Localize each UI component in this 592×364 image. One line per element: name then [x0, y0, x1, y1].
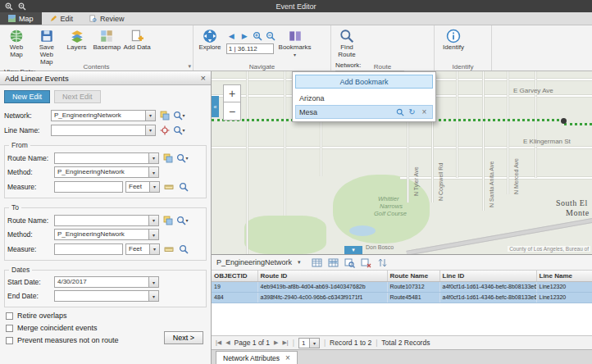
zoom-menu-icon[interactable]: ▾ [176, 152, 189, 164]
next-button[interactable]: Next > [164, 331, 203, 344]
retire-overlaps-option[interactable]: Retire overlaps [6, 312, 205, 320]
zoom-menu-icon[interactable]: ▾ [173, 124, 185, 136]
clear-selection-icon[interactable] [359, 256, 373, 269]
to-route-name-select[interactable]: ▾ [54, 215, 159, 226]
chevron-down-icon: ▾ [148, 216, 158, 225]
close-icon[interactable]: × [285, 354, 290, 362]
table-options-icon[interactable] [310, 256, 324, 269]
pick-measure-icon[interactable] [177, 180, 189, 193]
panel-header: Add Linear Events × [0, 71, 211, 85]
identify-icon [446, 29, 461, 43]
pick-line-icon[interactable] [158, 124, 171, 136]
update-bookmark-icon[interactable]: ↻ [408, 107, 417, 116]
bookmark-item-arizona[interactable]: Arizona [295, 91, 433, 105]
select-on-map-icon[interactable] [158, 109, 171, 121]
select-route-icon[interactable] [162, 214, 174, 226]
previous-extent-icon[interactable]: ◀ [226, 30, 237, 41]
ribbon-tab-bar: Map Edit Review [0, 12, 592, 25]
table-row[interactable]: 484 a398f4fc-2940-4c00-96b6-c6343f9171f1… [212, 292, 592, 303]
from-unit-select[interactable]: Feet ▾ [125, 181, 160, 193]
from-method-select[interactable]: P_EngineeringNetwork ▾ [54, 166, 159, 178]
start-date-select[interactable]: 4/30/2017 ▾ [54, 276, 159, 288]
column-header-route-name[interactable]: Route Name [387, 271, 439, 281]
tab-map[interactable]: Map [0, 12, 42, 25]
dates-group-legend: Dates [9, 266, 32, 274]
bookmarks-button[interactable]: Bookmarks ▾ [279, 27, 312, 59]
add-bookmark-button[interactable]: Add Bookmark [295, 75, 433, 89]
delete-bookmark-icon[interactable]: × [420, 107, 429, 116]
chevron-down-icon: ▾ [148, 291, 158, 301]
line-name-select[interactable]: ▾ [51, 125, 156, 136]
table-row[interactable]: 19 4eb9419b-af8b-4d04-ab69-1d40347682b R… [212, 281, 592, 292]
zoom-in-icon[interactable] [4, 2, 13, 11]
park-label: Golf Course [374, 210, 407, 217]
contents-group-chevron-icon[interactable]: ▾ [188, 63, 191, 70]
zoom-menu-icon[interactable]: ▾ [173, 109, 185, 121]
find-route-button[interactable]: Find Route [334, 27, 360, 59]
next-page-icon[interactable]: ▶ [274, 339, 278, 346]
column-header-line-name[interactable]: Line Name [536, 271, 592, 281]
explore-button[interactable]: Explore [196, 27, 224, 52]
contents-group-label: Contents [0, 63, 193, 71]
to-group: To Route Name: ▾ ▾ Method: [4, 203, 207, 261]
tab-review[interactable]: Review [81, 12, 133, 25]
tab-network-attributes[interactable]: Network Attributes × [216, 351, 298, 364]
park-label: Narrows [380, 202, 403, 210]
last-page-icon[interactable]: ▶| [282, 339, 288, 346]
page-size-select[interactable]: 1 ▾ [298, 338, 320, 348]
select-route-icon[interactable] [162, 152, 174, 164]
table-pager: |◀ ◀ Page 1 of 1 ▶ ▶| | 1 ▾ | Record 1 t… [212, 335, 592, 349]
map-zoom-out-button[interactable]: − [223, 102, 241, 121]
measure-tool-icon[interactable] [162, 180, 175, 193]
checkbox-icon[interactable] [6, 337, 13, 344]
separator: | [324, 339, 326, 347]
sort-records-icon[interactable] [376, 256, 389, 269]
first-page-icon[interactable]: |◀ [216, 339, 221, 346]
tab-map-label: Map [19, 15, 34, 23]
zoom-out-icon[interactable] [17, 2, 26, 11]
from-measure-input[interactable] [54, 181, 123, 193]
tab-edit[interactable]: Edit [42, 12, 82, 25]
zoom-to-bookmark-icon[interactable] [395, 107, 404, 116]
end-date-label: End Date: [7, 292, 52, 300]
close-icon[interactable]: × [201, 74, 206, 83]
ribbon: Web Map Save Web Map Layers Basemap Add … [0, 25, 592, 71]
layer-selector[interactable]: P_EngineeringNetwork ▾ [216, 258, 301, 266]
route-group-label: Route [331, 63, 434, 71]
add-data-button[interactable]: Add Data [123, 27, 151, 52]
pick-measure-icon[interactable] [177, 243, 189, 255]
layers-button[interactable]: Layers [63, 27, 91, 52]
checkbox-icon[interactable] [6, 312, 13, 320]
basemap-button[interactable]: Basemap [93, 27, 121, 52]
from-route-name-select[interactable]: ▾ [54, 152, 159, 164]
road [400, 176, 592, 180]
previous-page-icon[interactable]: ◀ [225, 339, 230, 346]
zoom-to-selected-icon[interactable] [343, 256, 357, 269]
zoom-in-tool-icon[interactable] [253, 30, 263, 41]
column-header-objectid[interactable]: OBJECTID [212, 271, 257, 281]
network-field-select[interactable]: P_EngineeringNetwork ▾ [51, 110, 156, 121]
identify-button[interactable]: Identify [437, 27, 470, 52]
zoom-out-tool-icon[interactable] [266, 30, 276, 41]
to-method-select[interactable]: P_EngineeringNetwork ▾ [54, 229, 159, 240]
next-extent-icon[interactable]: ▶ [239, 30, 250, 41]
measure-tool-icon[interactable] [162, 243, 175, 255]
web-map-button[interactable]: Web Map [2, 27, 30, 59]
column-header-route-id[interactable]: Route ID [257, 271, 387, 281]
bookmark-item-mesa[interactable]: Mesa ↻ × [295, 105, 433, 119]
to-unit-select[interactable]: Feet ▾ [125, 243, 160, 255]
new-edit-button[interactable]: New Edit [4, 90, 50, 103]
show-selected-records-icon[interactable] [326, 256, 340, 269]
column-header-line-id[interactable]: Line ID [439, 271, 536, 281]
map-scale-input[interactable] [226, 43, 274, 54]
map-zoom-in-button[interactable]: + [223, 84, 241, 102]
save-web-map-button[interactable]: Save Web Map [33, 27, 61, 66]
to-group-legend: To [9, 203, 21, 212]
panel-collapse-bottom-button[interactable]: ▼ [344, 246, 362, 254]
end-date-select[interactable]: ▾ [54, 290, 159, 302]
checkbox-icon[interactable] [6, 325, 13, 332]
chevron-down-icon: ▾ [309, 339, 319, 348]
panel-collapse-left-button[interactable]: « [212, 96, 219, 117]
to-measure-input[interactable] [54, 243, 123, 255]
zoom-menu-icon[interactable]: ▾ [176, 214, 189, 226]
